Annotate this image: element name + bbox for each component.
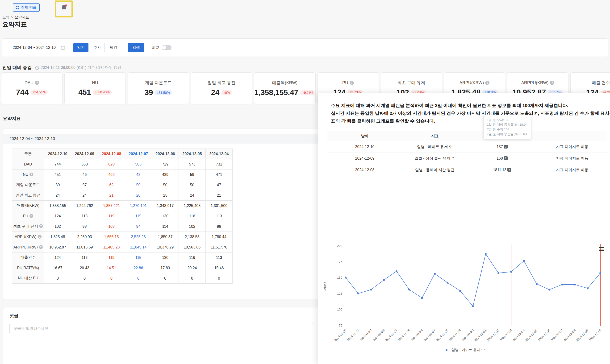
- help-icon[interactable]: ?: [350, 81, 354, 85]
- help-icon[interactable]: ?: [29, 214, 33, 218]
- summary-cell: 124: [44, 211, 71, 221]
- period-button[interactable]: 주간: [90, 43, 105, 52]
- help-icon[interactable]: ?: [39, 224, 43, 228]
- summary-table-card: 2024-12-04 ~ 2024-12-10 구분2024-12-102024…: [3, 128, 319, 299]
- summary-cell: 119: [98, 252, 125, 263]
- svg-text:2024-11-29: 2024-11-29: [448, 329, 462, 342]
- summary-col-header[interactable]: 2024-12-09: [71, 149, 98, 159]
- chart-legend[interactable]: 일별 - 메이트 유저 수: [318, 348, 610, 352]
- summary-cell: 102: [44, 221, 71, 232]
- svg-text:100: 100: [337, 308, 342, 311]
- summary-cell: 119: [98, 211, 125, 221]
- summary-cell: 130: [152, 211, 179, 221]
- summary-cell: 114: [152, 221, 179, 232]
- date-range-input[interactable]: 2024-12-04 ~ 2024-12-10: [10, 43, 68, 52]
- anomaly-row[interactable]: 2024-12-08일별 - 플레이 시간 평균1811.13?지표 페이지로 …: [327, 164, 607, 176]
- kpi-value: 39: [145, 88, 153, 97]
- svg-text:2024-12-07: 2024-12-07: [550, 329, 564, 342]
- summary-cell: 451: [44, 169, 71, 180]
- kpi-card[interactable]: DAU?744↑34.54%: [1, 72, 63, 104]
- summary-cell: 0: [179, 273, 206, 284]
- summary-row: 일일 최고 동접24242120252421: [12, 190, 233, 201]
- kpi-label: DAU?: [25, 80, 39, 85]
- search-button[interactable]: 검색: [128, 43, 144, 52]
- svg-text:2024-11-26: 2024-11-26: [410, 329, 424, 342]
- summary-row: ARPPU(KRW)?10,952.8711,015.5911,405.2311…: [12, 242, 233, 252]
- help-icon[interactable]: ?: [38, 235, 41, 239]
- summary-col-header[interactable]: 2024-12-04: [206, 149, 233, 159]
- summary-cell: 0: [98, 273, 125, 284]
- summary-cell: 0: [71, 273, 98, 284]
- svg-text:2024-11-30: 2024-11-30: [461, 329, 474, 342]
- chart-legend-label: 일별 - 메이트 유저 수: [451, 348, 485, 352]
- summary-col-header[interactable]: 2024-12-08: [98, 149, 125, 159]
- kpi-card[interactable]: NU451↑880.43%: [64, 72, 126, 104]
- summary-cell: 130: [152, 252, 179, 263]
- trend-line-chart: 751001251501752002024-11-202024-11-21202…: [330, 242, 605, 355]
- kpi-label: 매출액(KRW): [272, 80, 297, 86]
- summary-row: 게임 다운로드39576250505047: [12, 180, 233, 190]
- help-icon[interactable]: ?: [550, 81, 554, 85]
- summary-cell: 11,517.70: [206, 242, 233, 252]
- help-icon[interactable]: ?: [35, 81, 39, 85]
- summary-cell: 43: [125, 169, 152, 180]
- summary-col-header[interactable]: 2024-12-05: [179, 149, 206, 159]
- chart-menu-icon[interactable]: [599, 247, 604, 251]
- kpi-card[interactable]: 게임 다운로드39↓31.58%: [128, 72, 189, 104]
- anomaly-value: 1811.13?: [467, 164, 537, 176]
- pin-icon-glyph: [28, 5, 32, 9]
- summary-cell: 553: [71, 159, 98, 169]
- summary-cell: 102: [179, 221, 206, 232]
- filter-bar: 2024-12-04 ~ 2024-12-10 일간주간월간 검색 비교: [2, 39, 608, 57]
- summary-cell: 47: [206, 180, 233, 190]
- clock-icon: [35, 66, 39, 70]
- summary-row-label: 매출건수: [12, 252, 44, 263]
- summary-col-header[interactable]: 2024-12-06: [152, 149, 179, 159]
- summary-col-header[interactable]: 2024-12-10: [44, 149, 71, 159]
- svg-text:175: 175: [337, 260, 342, 264]
- goto-metric-link[interactable]: 지표 페이지로 이동: [537, 141, 607, 153]
- help-icon[interactable]: ?: [29, 173, 33, 176]
- svg-text:2024-11-27: 2024-11-27: [423, 329, 436, 342]
- goto-metric-link[interactable]: 지표 페이지로 이동: [537, 153, 607, 164]
- summary-row-label: ARPPU(KRW)?: [12, 242, 44, 252]
- metric-hover-tooltip: 1일 전 수치:1321일 전 대비 증감률(%):18.947일 전 수치:1…: [483, 115, 531, 139]
- anomaly-row[interactable]: 2024-12-10일별 - 메이트 유저 수157?지표 페이지로 이동: [327, 141, 607, 153]
- summary-cell: 731: [206, 159, 233, 169]
- svg-text:2024-11-22: 2024-11-22: [359, 329, 372, 342]
- help-badge-icon[interactable]: ?: [507, 168, 511, 172]
- compare-toggle[interactable]: [162, 45, 172, 50]
- summary-cell: 1,357,221: [98, 201, 125, 211]
- breadcrumb-item-current: 요약지표: [15, 15, 29, 20]
- anomaly-row[interactable]: 2024-12-09일별 - 상점 클릭 유저 수160?지표 페이지로 이동: [327, 153, 607, 164]
- summary-col-header[interactable]: 2024-12-07: [125, 149, 152, 159]
- overlay-description-line: 실시간 지표는 동일한 날짜에 2개 이상의 시간대가 탐지된 경우 가장 마지…: [331, 109, 605, 117]
- kpi-card[interactable]: 매출액(KRW)1,358,155.47↑9.11%: [254, 72, 316, 104]
- pin-icon[interactable]: [28, 5, 32, 10]
- breadcrumb-separator: >: [11, 15, 13, 20]
- status-updated: 2024-12-11 08:00:00 (KST) 기준 / 1일 단위 갱신: [35, 65, 121, 70]
- svg-text:2024-12-09: 2024-12-09: [575, 329, 589, 342]
- help-badge-icon[interactable]: ?: [504, 156, 508, 160]
- summary-row: NU 대상 PU0000000: [12, 273, 233, 284]
- period-button[interactable]: 월간: [106, 43, 121, 52]
- breadcrumb-item[interactable]: 요약: [2, 15, 9, 20]
- help-badge-icon[interactable]: ?: [504, 145, 508, 149]
- summary-cell: 2,138.58: [179, 232, 206, 242]
- summary-cell: 20.43: [71, 263, 98, 273]
- comment-input[interactable]: [9, 323, 313, 334]
- help-icon[interactable]: ?: [485, 81, 490, 85]
- annotation-highlight-box: [55, 0, 73, 17]
- all-metrics-chip[interactable]: 전체 지표: [13, 3, 40, 12]
- kpi-value-row: 451↑880.43%: [78, 88, 112, 97]
- period-button[interactable]: 일간: [73, 43, 88, 52]
- svg-text:200: 200: [337, 244, 342, 247]
- goto-metric-link[interactable]: 지표 페이지로 이동: [537, 164, 607, 176]
- summary-row: PU?124113119115130116113: [12, 211, 233, 221]
- help-icon[interactable]: ?: [39, 245, 43, 249]
- summary-cell: 50: [152, 180, 179, 190]
- tooltip-line: 1일 전 수치:132: [487, 118, 528, 122]
- kpi-card[interactable]: 일일 최고 동접24↑0%: [191, 72, 252, 104]
- kpi-label: 일일 최고 동접: [208, 80, 235, 86]
- summary-col-header[interactable]: 구분: [12, 149, 44, 159]
